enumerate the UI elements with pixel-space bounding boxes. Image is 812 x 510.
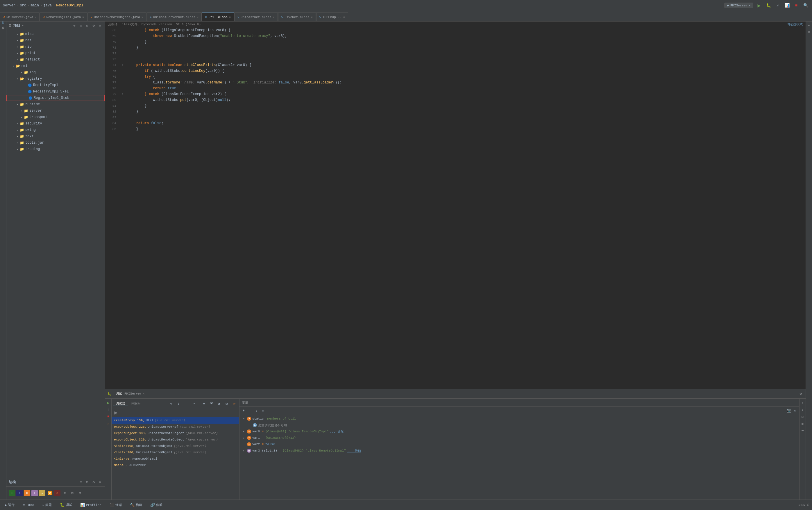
vars-icon-filter[interactable]: ⊟ bbox=[800, 414, 805, 419]
project-dropdown-arrow[interactable]: ▾ bbox=[22, 24, 24, 27]
project-collapse-all[interactable]: ≡ bbox=[78, 23, 83, 28]
project-expand-all[interactable]: ⊕ bbox=[72, 23, 77, 28]
debug-settings-btn[interactable]: ⚙ bbox=[223, 401, 230, 407]
struct-icon-2[interactable]: ↕ bbox=[16, 490, 23, 496]
structure-settings[interactable]: ⚙ bbox=[91, 480, 96, 485]
var-link-var0[interactable]: ... 导航 bbox=[330, 429, 344, 434]
frame-item-7[interactable]: main:8, RMIServer bbox=[112, 462, 239, 469]
var-item-var3[interactable]: ▣ var3 (slot_3) = {Class@482} "class Rem… bbox=[239, 448, 799, 454]
struct-icon-6[interactable]: 🔀 bbox=[47, 490, 53, 496]
status-problems-btn[interactable]: ⚠ 问题 bbox=[40, 502, 54, 508]
tree-item-security[interactable]: 📁 security bbox=[6, 120, 105, 127]
search-button[interactable]: 🔍 bbox=[802, 2, 809, 9]
sidebar-icon-structure[interactable]: 结构 bbox=[1, 29, 6, 34]
debug-step-out[interactable]: ↑ bbox=[183, 401, 189, 407]
tree-item-transport[interactable]: 📁 transport bbox=[6, 114, 105, 120]
reading-mode-button[interactable]: 阅读器模式 bbox=[787, 22, 803, 26]
vars-icon-expand[interactable]: ⊞ bbox=[800, 421, 805, 426]
debug-side-stop[interactable]: ■ bbox=[106, 414, 111, 419]
struct-icon-5[interactable]: ★ bbox=[39, 490, 46, 496]
tree-item-rmi[interactable]: 📂 rmi bbox=[6, 63, 105, 69]
tab-liveref[interactable]: C LiveRef.class ✕ bbox=[278, 12, 316, 21]
vars-up-btn[interactable]: ↑ bbox=[247, 408, 253, 414]
vars-icon-up[interactable]: ↑ bbox=[800, 400, 805, 405]
debug-tab-close[interactable]: ✕ bbox=[143, 392, 145, 395]
breadcrumb-server[interactable]: server bbox=[3, 3, 16, 7]
tree-item-toolsjar[interactable]: 📁 tools.jar bbox=[6, 140, 105, 146]
right-icon-2[interactable]: ⊕ bbox=[807, 29, 812, 35]
debug-button[interactable]: 🐛 bbox=[765, 2, 772, 9]
tab-close-unicastserverref[interactable]: ✕ bbox=[197, 16, 199, 19]
tab-close-unicastref[interactable]: ✕ bbox=[273, 16, 275, 19]
structure-sort-alpha[interactable]: ≡ bbox=[78, 480, 83, 485]
breadcrumb-java[interactable]: java bbox=[43, 3, 52, 7]
var-expand-static[interactable] bbox=[242, 417, 246, 421]
struct-icon-9[interactable]: ⊟ bbox=[69, 490, 76, 496]
tree-item-print[interactable]: 📁 print bbox=[6, 50, 105, 56]
breadcrumb-class[interactable]: RemoteObjImpl bbox=[56, 3, 83, 7]
tab-unicastremoteobject[interactable]: J UnicastRemoteObject.java ✕ bbox=[88, 12, 146, 21]
sub-tab-console[interactable]: 控制台 bbox=[129, 401, 143, 406]
var-expand-var0[interactable] bbox=[242, 429, 246, 433]
debug-close-btn[interactable]: ∞ bbox=[231, 401, 237, 407]
status-profiler-btn[interactable]: 📊 Profiler bbox=[79, 502, 103, 508]
var-expand-var3[interactable] bbox=[242, 449, 246, 453]
tree-item-registryimpl-stub[interactable]: 🔵 RegistryImpl_Stub bbox=[6, 95, 105, 101]
var-item-static[interactable]: S static members of Util bbox=[239, 416, 799, 422]
tree-item-registryimpl-skel[interactable]: 🔵 RegistryImpl_Skel bbox=[6, 88, 105, 95]
var-expand-var1[interactable] bbox=[242, 436, 246, 440]
tree-item-runtime[interactable]: 📁 runtime bbox=[6, 101, 105, 108]
vars-icon-down[interactable]: ↓ bbox=[800, 407, 805, 412]
status-run-btn[interactable]: ▶ 运行 bbox=[3, 502, 16, 508]
struct-icon-4[interactable]: I bbox=[31, 490, 38, 496]
frame-item-2[interactable]: exportObject:383, UnicastRemoteObject (j… bbox=[112, 430, 239, 436]
vars-down-btn[interactable]: ↓ bbox=[253, 408, 259, 414]
tab-remoteobjimpl[interactable]: J RemoteObjImpl.java ✕ bbox=[40, 12, 87, 21]
struct-icon-7[interactable]: ⊕ bbox=[54, 490, 60, 496]
tab-tcpendp[interactable]: C TCPEndp... ✕ bbox=[316, 12, 348, 21]
vars-icon-more[interactable]: ∞ bbox=[800, 428, 805, 433]
bottom-settings-btn[interactable]: ⚙ bbox=[798, 391, 803, 397]
project-scroll-to-source[interactable]: ⊞ bbox=[85, 23, 90, 28]
debug-reset-btn[interactable]: ↺ bbox=[216, 401, 222, 407]
run-button[interactable]: ▶ bbox=[756, 2, 762, 9]
breadcrumb-src[interactable]: src bbox=[20, 3, 26, 7]
frame-item-0[interactable]: createProxy:139, Util (sun.rmi.server) bbox=[112, 417, 239, 424]
right-icon-1[interactable]: ≡ bbox=[807, 23, 812, 28]
stop-button[interactable]: ■ bbox=[793, 2, 800, 9]
coverage-button[interactable]: ⚡ bbox=[774, 2, 781, 9]
vars-expand-all-btn[interactable]: ∞ bbox=[792, 408, 798, 414]
tab-util[interactable]: C Util.class ✕ bbox=[202, 12, 234, 21]
tab-rmiserver[interactable]: J RMIServer.java ✕ bbox=[0, 12, 39, 21]
status-build-btn[interactable]: 🔨 构建 bbox=[128, 502, 144, 508]
tree-item-log[interactable]: 📁 log bbox=[6, 69, 105, 76]
tab-close-util[interactable]: ✕ bbox=[229, 16, 231, 19]
vars-camera-btn[interactable]: 📷 bbox=[786, 408, 792, 414]
status-todo-btn[interactable]: ≡ TODO bbox=[21, 502, 35, 508]
debug-run-to-cursor[interactable]: → bbox=[191, 401, 197, 407]
project-settings[interactable]: ⚙ bbox=[91, 23, 96, 28]
tab-unicastref[interactable]: C UnicastRef.class ✕ bbox=[234, 12, 278, 21]
frame-item-1[interactable]: exportObject:226, UnicastServerRef (sun.… bbox=[112, 424, 239, 430]
debug-step-over[interactable]: ↷ bbox=[168, 401, 174, 407]
debug-side-resume[interactable]: ▶ bbox=[106, 400, 111, 405]
tree-item-tracing[interactable]: 📁 tracing bbox=[6, 146, 105, 152]
sidebar-icon-project[interactable]: 项目 bbox=[1, 23, 6, 28]
debug-side-pause[interactable]: ⏸ bbox=[106, 407, 111, 412]
debug-side-hot-swap[interactable]: ⚡ bbox=[106, 421, 111, 426]
status-debug-btn[interactable]: 🐛 调试 bbox=[58, 502, 74, 508]
tab-close-remoteobjimpl[interactable]: ✕ bbox=[82, 16, 84, 19]
var-link-var3[interactable]: ... 导航 bbox=[347, 449, 361, 453]
run-config[interactable]: ▶ RMIServer ▾ bbox=[724, 3, 753, 8]
frame-item-6[interactable]: <init>:6, RemoteObjImpl bbox=[112, 456, 239, 462]
run-config-dropdown[interactable]: ▾ bbox=[749, 3, 751, 7]
structure-sort-type[interactable]: ⊞ bbox=[85, 480, 90, 485]
code-area[interactable]: 68 } catch (IllegalArgumentException var… bbox=[105, 27, 806, 389]
vars-filter-btn[interactable]: ≡ bbox=[260, 408, 266, 414]
debug-step-into[interactable]: ↓ bbox=[176, 401, 182, 407]
tab-close-unicastremoteobject[interactable]: ✕ bbox=[142, 16, 143, 19]
breadcrumb-main[interactable]: main bbox=[31, 3, 39, 7]
struct-icon-1[interactable]: ↕ bbox=[9, 490, 15, 496]
tree-item-reflect[interactable]: 📁 reflect bbox=[6, 56, 105, 63]
tab-close-liveref[interactable]: ✕ bbox=[311, 16, 313, 19]
